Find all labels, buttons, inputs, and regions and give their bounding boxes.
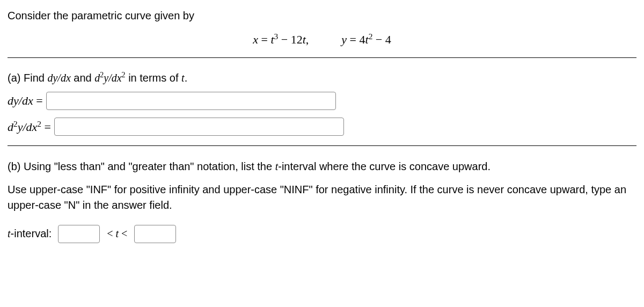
d2y-dx2-label: d2y/dx2 = (8, 119, 51, 134)
part-a: (a) Find dy/dx and d2y/dx2 in terms of t… (8, 71, 636, 136)
eq-y-coef: 4 (360, 33, 365, 46)
parametric-equations: x = t3 − 12t, y = 4t2 − 4 (8, 32, 636, 47)
divider-1 (8, 57, 636, 58)
dy-dx-label: dy/dx = (8, 94, 43, 108)
d2y-dx2-input[interactable] (54, 118, 344, 136)
eq-y-tail: − 4 (372, 33, 391, 46)
eq-equals-2: = (350, 33, 360, 46)
eq-equals-1: = (261, 33, 271, 46)
eq-y-lhs: y (341, 33, 347, 46)
divider-2 (8, 145, 636, 146)
d2y-dx2-row: d2y/dx2 = (8, 118, 636, 136)
t-interval-label: t-interval: (8, 226, 52, 242)
part-b-line2: Use upper-case "INF" for positive infini… (8, 182, 636, 213)
dy-dx-row: dy/dx = (8, 92, 636, 110)
t-interval-mid: < t < (104, 226, 130, 242)
intro-text: Consider the parametric curve given by (8, 10, 636, 22)
part-b: (b) Using "less than" and "greater than"… (8, 159, 636, 243)
part-a-prompt: (a) Find dy/dx and d2y/dx2 in terms of t… (8, 71, 636, 84)
t-interval-lower-input[interactable] (58, 225, 100, 243)
dy-dx-input[interactable] (46, 92, 336, 110)
eq-x-lhs: x (253, 33, 258, 46)
t-interval-upper-input[interactable] (134, 225, 176, 243)
part-b-line1: (b) Using "less than" and "greater than"… (8, 159, 636, 174)
eq-x-tail: − 12 (278, 33, 302, 46)
problem-page: Consider the parametric curve given by x… (0, 0, 644, 307)
t-interval-row: t-interval: < t < (8, 225, 636, 243)
